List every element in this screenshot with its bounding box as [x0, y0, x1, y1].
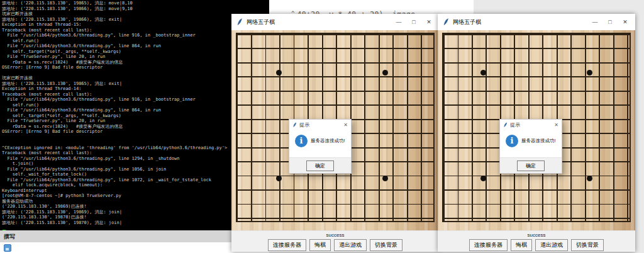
terminal-line: self._target(*self._args, **self._kwargs…: [2, 49, 269, 55]
exit-game-button[interactable]: 退出游戏: [334, 239, 367, 251]
attachment-icon[interactable]: [4, 244, 11, 252]
star-point: [276, 176, 282, 181]
undo-button[interactable]: 悔棋: [309, 239, 331, 251]
star-point: [276, 70, 282, 76]
terminal-line: File "/usr/lib64/python3.6/threading.py"…: [2, 167, 269, 172]
terminal-line: 服务器启动成功: [2, 199, 269, 205]
terminal-line: File "TrueServer.py", line 20, in run: [2, 118, 269, 124]
undo-button[interactable]: 悔棋: [511, 239, 532, 251]
terminal-line: elif lock.acquire(block, timeout):: [2, 183, 269, 188]
terminal-line: Traceback (most recent call last):: [2, 28, 269, 33]
terminal-line: OSError: [Errno 9] Bad file descriptor: [2, 129, 269, 135]
terminal-line: File "/usr/lib64/python3.6/threading.py"…: [2, 43, 269, 49]
terminal-line: 源地址: ('220.115.183.130', 19865), 消息: exi…: [2, 81, 269, 87]
terminal-line: File "/usr/lib64/python3.6/threading.py"…: [2, 156, 269, 162]
terminal-line: File "/usr/lib64/python3.6/threading.py"…: [2, 33, 269, 38]
message-dialog: 提示 ✕ i 服务器连接成功! 确定: [499, 119, 562, 174]
terminal-line: 源地址: ('220.115.183.130', 19870), 消息: joi…: [2, 220, 269, 226]
star-point: [382, 176, 388, 181]
status-text: success: [231, 232, 439, 238]
switch-background-button[interactable]: 切换背景: [571, 239, 604, 251]
terminal-line: self.run(): [2, 38, 269, 44]
connect-server-button[interactable]: 连接服务器: [469, 239, 508, 251]
dialog-close-button[interactable]: ✕: [554, 122, 558, 128]
compose-area[interactable]: [0, 242, 269, 253]
window-titlebar: 网络五子棋 — □ ✕: [231, 14, 439, 30]
dialog-message: 服务器连接成功!: [521, 138, 556, 144]
exit-game-button[interactable]: 退出游戏: [535, 239, 568, 251]
star-point: [587, 176, 592, 181]
terminal-line: [2, 135, 269, 140]
terminal-line: File "TrueServer.py", line 20, in run: [2, 54, 269, 60]
feather-icon: [236, 18, 243, 26]
terminal-line: rData = ss.recv(1024) #接受客户端发送的信息: [2, 60, 269, 65]
window-titlebar: 网络五子棋 — □ ✕: [438, 14, 635, 30]
feather-icon: [503, 122, 508, 128]
close-button[interactable]: ✕: [618, 19, 633, 25]
terminal-line: Traceback (most recent call last):: [2, 92, 269, 98]
terminal-line: 源地址: ('220.115.183.130', 19866), 消息: mov…: [2, 6, 269, 12]
terminal-window[interactable]: 源地址: ('220.115.183.130', 19865), 消息: mov…: [0, 0, 269, 230]
minimize-button[interactable]: —: [391, 19, 406, 25]
control-bar: success 连接服务器 悔棋 退出游戏 切换背景: [231, 230, 439, 252]
feather-icon: [292, 122, 297, 128]
terminal-line: [2, 140, 269, 145]
terminal-line: ^CException ignored in: <module 'threadi…: [2, 145, 269, 151]
minimize-button[interactable]: —: [587, 19, 602, 25]
terminal-line: [2, 70, 269, 76]
terminal-line: 源地址: ('220.115.183.130', 19866), 消息: exi…: [2, 17, 269, 23]
terminal-line: File "/usr/lib64/python3.6/threading.py"…: [2, 97, 269, 103]
terminal-line: KeyboardInterrupt: [2, 188, 269, 194]
terminal-line: rData = ss.recv(1024) #接受客户端发送的信息: [2, 124, 269, 130]
terminal-line: Traceback (most recent call last):: [2, 150, 269, 156]
terminal-line: File "/usr/lib64/python3.6/threading.py"…: [2, 108, 269, 113]
terminal-line: Exception in thread Thread-15:: [2, 22, 269, 28]
maximize-button[interactable]: □: [602, 19, 618, 25]
ok-button[interactable]: 确定: [517, 160, 545, 171]
switch-background-button[interactable]: 切换背景: [370, 239, 402, 251]
window-title: 网络五子棋: [247, 18, 275, 26]
message-dialog: 提示 ✕ i 服务器连接成功! 确定: [289, 119, 352, 174]
dialog-titlebar: 提示 ✕: [500, 120, 562, 130]
screen: ^40+20, y * 40 + 20), image = 源地址: ('220…: [0, 0, 644, 253]
terminal-line: 玩家已断开连接: [2, 76, 269, 81]
code-editor-strip: ^40+20, y * 40 + 20), image =: [269, 0, 474, 14]
terminal-line: ('220.115.183.130', 19870)已连接!: [2, 215, 269, 220]
dialog-close-button[interactable]: ✕: [343, 122, 348, 128]
window-title: 网络五子棋: [453, 18, 481, 26]
info-icon: i: [295, 135, 308, 147]
game-window-1: 网络五子棋 — □ ✕ success 连接服务器 悔棋 退出游戏 切换背景: [231, 14, 439, 252]
info-icon: i: [506, 135, 518, 147]
connect-server-button[interactable]: 连接服务器: [268, 239, 306, 251]
terminal-line: 玩家已断开连接: [2, 11, 269, 17]
compose-label: 撰写: [4, 233, 15, 240]
ok-button[interactable]: 确定: [306, 160, 334, 171]
star-point: [382, 70, 388, 76]
terminal-line: t.join(): [2, 161, 269, 167]
dialog-message: 服务器连接成功!: [311, 138, 345, 144]
terminal-line: self._target(*self._args, **self._kwargs…: [2, 113, 269, 119]
terminal-line: self.run(): [2, 103, 269, 108]
dialog-title: 提示: [510, 121, 554, 128]
game-window-2: 网络五子棋 — □ ✕ success 连接服务器 悔棋 退出游戏 切换背景: [438, 14, 635, 252]
dialog-title: 提示: [299, 121, 343, 128]
terminal-line: [root@VM-8-7-centos ~]# python3 TrueServ…: [2, 193, 269, 199]
terminal-line: File "/usr/lib64/python3.6/threading.py"…: [2, 177, 269, 183]
dialog-titlebar: 提示 ✕: [289, 120, 351, 130]
terminal-line: 源地址: ('220.115.183.130', 19865), 消息: mov…: [2, 1, 269, 6]
star-point: [480, 176, 486, 181]
status-text: success: [438, 232, 635, 238]
feather-icon: [443, 18, 449, 26]
terminal-line: self._wait_for_tstate_lock(): [2, 172, 269, 177]
close-button[interactable]: ✕: [421, 19, 436, 25]
star-point: [480, 70, 486, 76]
terminal-line: OSError: [Errno 9] Bad file descriptor: [2, 65, 269, 70]
star-point: [587, 70, 592, 76]
maximize-button[interactable]: □: [406, 19, 421, 25]
control-bar: success 连接服务器 悔棋 退出游戏 切换背景: [438, 230, 635, 252]
terminal-line: 源地址: ('220.115.183.130', 19869), 消息: joi…: [2, 210, 269, 215]
terminal-line: ('220.115.183.130', 19869)已连接!: [2, 204, 269, 210]
terminal-line: Exception in thread Thread-14:: [2, 86, 269, 92]
compose-bar: 撰写: [0, 230, 269, 242]
